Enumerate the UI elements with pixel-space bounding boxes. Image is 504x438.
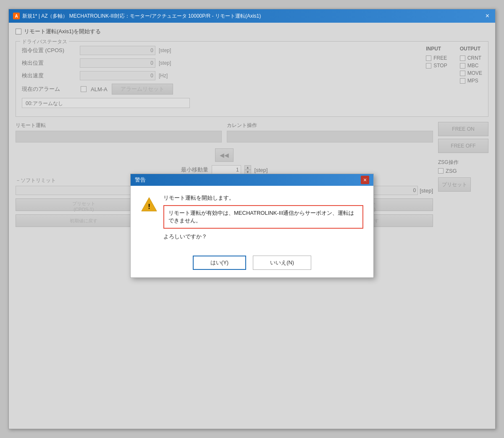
window-title: 新規1* | AZ（多軸） MECHATROLINK-III対応：モーター/アク… (22, 13, 261, 20)
app-icon: A (13, 13, 20, 19)
title-bar-left: A 新規1* | AZ（多軸） MECHATROLINK-III対応：モーター/… (13, 13, 261, 20)
svg-text:!: ! (148, 202, 150, 211)
dialog-messages: リモート運転を開始します。 リモート運転が有効中は、MECHATROLINK-I… (163, 194, 363, 240)
dialog-title-bar: 警告 × (131, 174, 373, 186)
dialog-yes-button[interactable]: はい(Y) (193, 256, 246, 270)
dialog-close-button[interactable]: × (361, 176, 369, 184)
warning-dialog: 警告 × ! リモート運転を開始します。 (130, 174, 374, 278)
warning-icon: ! (141, 196, 158, 213)
dialog-overlay: 警告 × ! リモート運転を開始します。 (9, 23, 495, 429)
dialog-title: 警告 (135, 176, 146, 184)
dialog-buttons: はい(Y) いいえ(N) (131, 251, 373, 277)
window-close-button[interactable]: × (484, 13, 491, 19)
main-window: A 新規1* | AZ（多軸） MECHATROLINK-III対応：モーター/… (8, 9, 496, 429)
window-content: リモート運転(Axis1)を開始する ドライバステータス 指令位置 (CPOS)… (9, 23, 495, 429)
dialog-message2-box: リモート運転が有効中は、MECHATROLINK-III通信からサーボオン、運転… (163, 205, 363, 229)
dialog-message2: リモート運転が有効中は、MECHATROLINK-III通信からサーボオン、運転… (168, 210, 354, 224)
warning-triangle-svg: ! (141, 195, 158, 213)
title-bar: A 新規1* | AZ（多軸） MECHATROLINK-III対応：モーター/… (9, 9, 495, 23)
dialog-warning-row: ! リモート運転を開始します。 リモート運転が有効中は、MECHATROLINK… (141, 194, 363, 240)
dialog-message1: リモート運転を開始します。 (163, 194, 363, 202)
dialog-no-button[interactable]: いいえ(N) (253, 256, 311, 270)
dialog-body: ! リモート運転を開始します。 リモート運転が有効中は、MECHATROLINK… (131, 186, 373, 251)
dialog-message3: よろしいですか？ (163, 233, 363, 240)
